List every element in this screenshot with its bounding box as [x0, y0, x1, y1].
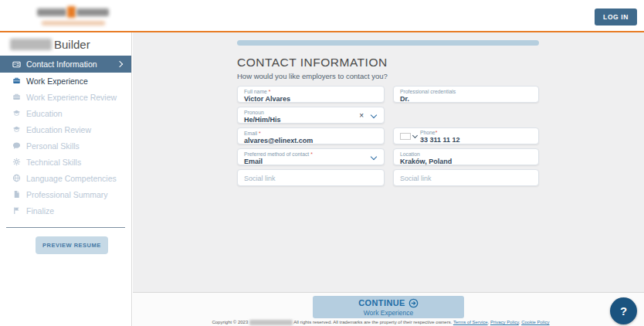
- redacted-logo-word-1: [37, 8, 66, 16]
- continue-button[interactable]: CONTINUE Work Experience: [313, 296, 464, 318]
- sidebar-item-label: Finalize: [26, 206, 54, 216]
- sidebar-item-label: Professional Summary: [26, 190, 108, 199]
- field-label: Phone: [420, 130, 436, 135]
- help-button[interactable]: ?: [610, 297, 637, 324]
- sidebar-item-technical-skills: Technical Skills: [0, 154, 131, 170]
- field-label: Preferred method of contact: [244, 151, 309, 157]
- gear-icon: [12, 158, 21, 166]
- chevron-right-icon: [117, 61, 123, 67]
- field-label: Professional credentials: [400, 89, 532, 95]
- social-link-placeholder: Social link: [244, 175, 276, 182]
- form-column: CONTACT INFORMATION How would you like e…: [237, 40, 539, 186]
- continue-label: CONTINUE: [358, 298, 405, 307]
- redacted-logo-mark: [67, 6, 76, 18]
- required-marker: *: [436, 130, 438, 135]
- sidebar-item-label: Education: [26, 109, 63, 118]
- graduation-cap-icon: [12, 109, 21, 117]
- sidebar-item-work-experience-review: Work Experience Review: [0, 89, 131, 105]
- required-marker: *: [310, 151, 313, 157]
- sidebar-item-education: Education: [0, 105, 131, 121]
- field-label: Email: [244, 131, 257, 136]
- redacted-title-word: [10, 39, 52, 50]
- credentials-field[interactable]: Professional credentials Dr.: [393, 86, 539, 103]
- contact-form: Full name * Victor Alvares Professional …: [237, 86, 539, 186]
- field-label: Pronoun: [244, 110, 378, 116]
- field-label: Location: [400, 151, 532, 158]
- grid-spacer: [393, 107, 539, 124]
- clear-icon[interactable]: ×: [359, 112, 364, 120]
- footer-action-bar: CONTINUE Work Experience Copyright © 202…: [133, 292, 644, 326]
- sidebar-item-education-review: Education Review: [0, 121, 131, 138]
- copyright-footer: Copyright © 2023 All rights reserved. Al…: [133, 320, 629, 325]
- graduation-cap-icon: [12, 125, 21, 134]
- arrow-right-circle-icon: [408, 298, 419, 308]
- continue-next-step-label: Work Experience: [364, 309, 414, 317]
- sidebar-item-professional-summary: Professional Summary: [0, 186, 131, 202]
- sidebar-item-language-competencies: Language Competencies: [0, 170, 131, 186]
- sidebar-title-text: Builder: [54, 38, 90, 51]
- briefcase-icon: [12, 76, 21, 85]
- redacted-logo-word-2: [76, 8, 109, 16]
- globe-icon: [12, 174, 21, 182]
- sidebar-item-label: Language Competencies: [26, 174, 117, 183]
- sidebar-item-work-experience[interactable]: Work Experience: [0, 73, 131, 89]
- social-link-field-2[interactable]: Social link: [393, 169, 539, 186]
- sidebar-item-label: Education Review: [26, 125, 91, 134]
- company-logo: [37, 5, 114, 28]
- preferred-contact-field[interactable]: Preferred method of contact * Email: [237, 148, 385, 165]
- phone-value: 33 311 11 12: [420, 136, 460, 144]
- location-field[interactable]: Location Kraków, Poland: [393, 148, 539, 165]
- privacy-policy-link[interactable]: Privacy Policy: [490, 320, 519, 324]
- progress-bar: [237, 40, 539, 46]
- sidebar-item-personal-skills: Personal Skills: [0, 138, 131, 154]
- terms-of-service-link[interactable]: Terms of Service: [453, 320, 488, 324]
- speech-bubble-icon: [12, 141, 21, 150]
- sidebar-title: Builder: [0, 32, 131, 56]
- briefcase-icon: [12, 93, 21, 101]
- sidebar-divider: [6, 227, 125, 228]
- main-content: CONTACT INFORMATION How would you like e…: [133, 32, 644, 326]
- builder-sidebar: Builder Contact Information Work Experie…: [0, 32, 132, 326]
- copyright-text: Copyright © 2023: [212, 320, 248, 324]
- page-subtitle: How would you like employers to contact …: [237, 72, 539, 80]
- sidebar-item-contact-information[interactable]: Contact Information: [0, 56, 131, 73]
- redacted-company-name: [249, 320, 293, 325]
- log-in-button[interactable]: LOG IN: [595, 8, 637, 25]
- document-icon: [12, 190, 21, 199]
- cookie-policy-link[interactable]: Cookie Policy: [521, 320, 549, 324]
- social-link-placeholder: Social link: [400, 175, 432, 182]
- flag-icon: [12, 206, 21, 215]
- rights-text: All rights reserved. All trademarks are …: [293, 320, 452, 324]
- redacted-logo-tagline: [42, 21, 105, 25]
- field-label: Full name: [244, 89, 267, 94]
- email-field[interactable]: Email * alvares@elinext.com: [237, 127, 385, 144]
- pronoun-value: He/Him/His: [244, 116, 378, 124]
- sidebar-item-label: Work Experience Review: [26, 93, 117, 102]
- sidebar-item-finalize: Finalize: [0, 202, 131, 219]
- full-name-value: Victor Alvares: [244, 95, 378, 103]
- credentials-value: Dr.: [400, 95, 532, 103]
- country-selector[interactable]: [400, 133, 417, 140]
- full-name-field[interactable]: Full name * Victor Alvares: [237, 86, 385, 103]
- preferred-contact-value: Email: [244, 158, 378, 165]
- page-title: CONTACT INFORMATION: [237, 56, 539, 70]
- phone-field[interactable]: Phone* 33 311 11 12: [393, 127, 539, 144]
- email-value: alvares@elinext.com: [244, 137, 378, 144]
- chevron-down-icon: [412, 133, 418, 138]
- sidebar-item-label: Technical Skills: [26, 158, 81, 167]
- resume-builder-app: LOG IN Builder Contact Information Work …: [0, 0, 644, 326]
- id-card-icon: [12, 60, 21, 69]
- sidebar-item-label: Contact Information: [26, 59, 97, 69]
- pronoun-field[interactable]: Pronoun He/Him/His ×: [237, 107, 385, 124]
- sidebar-item-label: Personal Skills: [26, 141, 80, 151]
- sidebar-item-label: Work Experience: [26, 76, 88, 86]
- social-link-field-1[interactable]: Social link: [237, 169, 385, 186]
- required-marker: *: [269, 89, 271, 94]
- poland-flag-icon: [400, 133, 411, 140]
- location-value: Kraków, Poland: [400, 158, 532, 165]
- preview-resume-button[interactable]: PREVIEW RESUME: [36, 236, 108, 254]
- required-marker: *: [259, 131, 261, 136]
- top-header: LOG IN: [0, 0, 644, 32]
